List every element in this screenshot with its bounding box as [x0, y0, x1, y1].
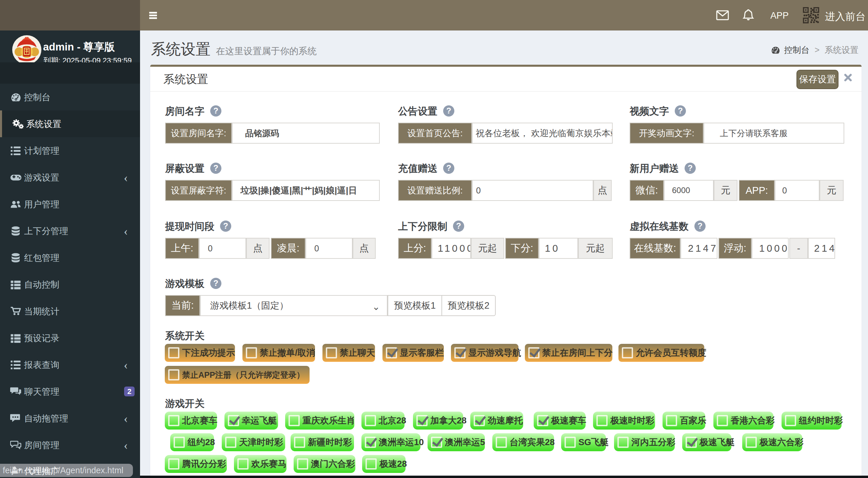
svg-text:?: ?	[688, 163, 693, 172]
svg-text:?: ?	[213, 278, 218, 288]
svg-text:?: ?	[446, 106, 451, 115]
svg-text:?: ?	[697, 221, 703, 230]
svg-text:?: ?	[446, 163, 451, 172]
svg-text:?: ?	[456, 221, 461, 230]
svg-text:?: ?	[678, 106, 683, 115]
svg-text:?: ?	[223, 221, 228, 230]
svg-text:?: ?	[213, 106, 218, 115]
svg-text:?: ?	[213, 163, 218, 172]
